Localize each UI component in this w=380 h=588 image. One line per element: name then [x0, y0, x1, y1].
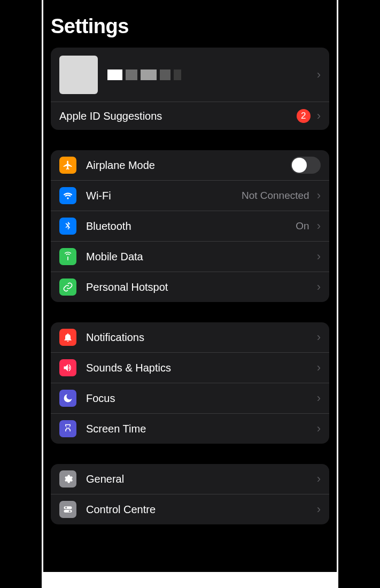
- chevron-right-icon: ›: [317, 109, 321, 123]
- chevron-right-icon: ›: [317, 422, 321, 436]
- wifi-icon: [59, 187, 76, 204]
- speaker-icon: [59, 359, 76, 376]
- general-label: General: [86, 473, 314, 485]
- airplane-mode-row[interactable]: Airplane Mode: [51, 150, 329, 181]
- notification-badge: 2: [297, 109, 311, 123]
- control-centre-row[interactable]: Control Centre ›: [51, 494, 329, 524]
- bluetooth-row[interactable]: Bluetooth On ›: [51, 211, 329, 242]
- general-group: General › Control Centre ›: [51, 464, 329, 524]
- svg-rect-0: [64, 506, 72, 509]
- focus-row[interactable]: Focus ›: [51, 383, 329, 414]
- airplane-mode-label: Airplane Mode: [86, 159, 291, 172]
- airplane-icon: [59, 157, 76, 174]
- hourglass-icon: [59, 420, 76, 437]
- apple-id-suggestions-row[interactable]: Apple ID Suggestions 2 ›: [51, 102, 329, 130]
- alerts-group: Notifications › Sounds & Haptics › Focus…: [51, 322, 329, 444]
- apple-id-row[interactable]: ›: [51, 48, 329, 102]
- connectivity-group: Airplane Mode Wi-Fi Not Connected › Blue…: [51, 150, 329, 302]
- mobile-data-label: Mobile Data: [86, 251, 314, 263]
- chevron-right-icon: ›: [317, 361, 321, 375]
- link-icon: [59, 278, 76, 296]
- bluetooth-label: Bluetooth: [86, 220, 296, 233]
- airplane-mode-toggle[interactable]: [291, 157, 321, 174]
- wifi-label: Wi-Fi: [86, 190, 242, 202]
- chevron-right-icon: ›: [317, 472, 321, 486]
- notifications-row[interactable]: Notifications ›: [51, 322, 329, 353]
- sounds-label: Sounds & Haptics: [86, 362, 314, 374]
- bell-icon: [59, 329, 76, 346]
- gear-icon: [59, 470, 76, 488]
- chevron-right-icon: ›: [317, 219, 321, 233]
- home-indicator[interactable]: [145, 581, 236, 584]
- apple-id-suggestions-label: Apple ID Suggestions: [59, 110, 297, 122]
- chevron-right-icon: ›: [317, 330, 321, 344]
- svg-point-2: [65, 507, 67, 508]
- sounds-row[interactable]: Sounds & Haptics ›: [51, 353, 329, 383]
- personal-hotspot-label: Personal Hotspot: [86, 281, 314, 293]
- chevron-right-icon: ›: [317, 250, 321, 264]
- screen-time-row[interactable]: Screen Time ›: [51, 414, 329, 444]
- focus-label: Focus: [86, 392, 314, 405]
- chevron-right-icon: ›: [317, 68, 321, 82]
- general-row[interactable]: General ›: [51, 464, 329, 494]
- antenna-icon: [59, 248, 76, 265]
- wifi-value: Not Connected: [242, 190, 309, 202]
- wifi-row[interactable]: Wi-Fi Not Connected ›: [51, 181, 329, 211]
- page-title: Settings: [51, 15, 329, 38]
- svg-point-3: [69, 510, 71, 512]
- control-centre-label: Control Centre: [86, 504, 314, 516]
- notifications-label: Notifications: [86, 331, 314, 344]
- svg-rect-1: [64, 510, 72, 513]
- redacted-name: [107, 69, 314, 80]
- chevron-right-icon: ›: [317, 280, 321, 294]
- apple-id-group: › Apple ID Suggestions 2 ›: [51, 48, 329, 130]
- avatar: [59, 56, 98, 94]
- moon-icon: [59, 390, 76, 407]
- bluetooth-value: On: [296, 220, 309, 232]
- screen-time-label: Screen Time: [86, 423, 314, 435]
- toggles-icon: [59, 501, 76, 518]
- chevron-right-icon: ›: [317, 189, 321, 203]
- chevron-right-icon: ›: [317, 502, 321, 516]
- personal-hotspot-row[interactable]: Personal Hotspot ›: [51, 272, 329, 302]
- chevron-right-icon: ›: [317, 391, 321, 405]
- bluetooth-icon: [59, 218, 76, 235]
- mobile-data-row[interactable]: Mobile Data ›: [51, 242, 329, 272]
